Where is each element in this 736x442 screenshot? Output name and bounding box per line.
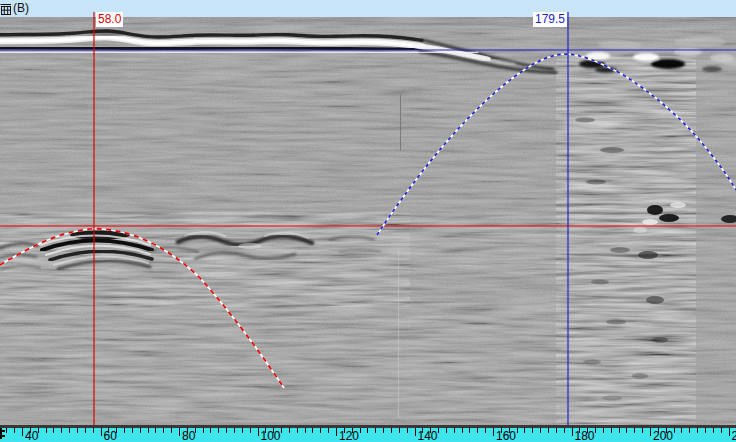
axis-tick-label: 220 — [732, 430, 736, 442]
axis-tick — [171, 428, 172, 433]
axis-tick — [415, 428, 416, 436]
axis-tick — [642, 428, 643, 433]
axis-tick — [124, 428, 125, 433]
axis-tick — [524, 428, 525, 433]
axis-tick — [101, 428, 102, 436]
axis-tick-label: 60 — [104, 430, 117, 442]
axis-tick — [320, 428, 321, 433]
axis-tick — [297, 428, 298, 433]
axis-tick — [179, 428, 180, 436]
x-axis: 406080100120140160180200220 — [0, 428, 736, 442]
axis-tick — [383, 428, 384, 433]
axis-tick — [517, 428, 518, 433]
axis-tick-label: 100 — [261, 430, 281, 442]
axis-tick — [438, 428, 439, 433]
axis-tick — [391, 428, 392, 433]
axis-tick — [509, 428, 510, 433]
red-marker-value: 58.0 — [96, 12, 123, 27]
axis-tick-label: 120 — [339, 430, 359, 442]
axis-tick — [77, 428, 78, 433]
axis-tick — [689, 428, 690, 433]
axis-tick — [46, 428, 47, 433]
axis-tick — [532, 428, 533, 433]
axis-tick — [713, 428, 714, 433]
axis-tick — [540, 428, 541, 433]
axis-tick — [265, 428, 266, 433]
axis-tick — [462, 428, 463, 433]
axis-tick — [399, 428, 400, 433]
axis-tick — [203, 428, 204, 433]
axis-tick — [30, 428, 31, 433]
axis-tick — [155, 428, 156, 433]
axis-tick — [234, 428, 235, 433]
axis-tick — [658, 428, 659, 433]
axis-tick — [430, 428, 431, 433]
axis-tick — [281, 428, 282, 433]
axis-tick — [242, 428, 243, 433]
axis-tick-label: 180 — [575, 430, 595, 442]
axis-tick — [367, 428, 368, 433]
axis-tick — [360, 428, 361, 433]
axis-tick — [93, 428, 94, 433]
axis-tick — [328, 428, 329, 433]
axis-tick — [187, 428, 188, 433]
axis-tick — [218, 428, 219, 433]
blue-marker-value: 179.5 — [533, 12, 567, 27]
axis-tick — [258, 428, 259, 436]
axis-tick — [273, 428, 274, 433]
axis-tick — [312, 428, 313, 433]
axis-tick — [634, 428, 635, 433]
axis-tick — [61, 428, 62, 433]
axis-tick — [132, 428, 133, 433]
axis-tick — [485, 428, 486, 433]
axis-tick — [336, 428, 337, 436]
axis-tick — [681, 428, 682, 433]
axis-tick — [650, 428, 651, 436]
axis-tick — [721, 428, 722, 433]
app-window: (B) — [0, 0, 736, 442]
axis-tick — [375, 428, 376, 433]
axis-tick — [344, 428, 345, 433]
axis-tick — [595, 428, 596, 433]
axis-tick — [501, 428, 502, 433]
axis-tick — [674, 428, 675, 433]
axis-tick — [469, 428, 470, 433]
axis-tick-label: 80 — [182, 430, 195, 442]
axis-tick — [666, 428, 667, 433]
axis-tick-label: 40 — [25, 430, 38, 442]
axis-tick — [603, 428, 604, 433]
axis-tick — [572, 428, 573, 436]
axis-tick — [38, 428, 39, 433]
axis-tick — [619, 428, 620, 433]
axis-tick — [148, 428, 149, 433]
radar-image — [0, 17, 736, 425]
axis-tick — [564, 428, 565, 433]
axis-tick — [493, 428, 494, 436]
axis-tick — [579, 428, 580, 433]
axis-tick — [85, 428, 86, 433]
axis-tick — [22, 428, 23, 436]
axis-tick — [446, 428, 447, 433]
axis-tick-label: 140 — [418, 430, 438, 442]
axis-tick — [407, 428, 408, 433]
axis-edge-mark — [0, 428, 2, 439]
axis-tick — [305, 428, 306, 433]
axis-tick — [548, 428, 549, 433]
axis-tick — [69, 428, 70, 433]
axis-tick — [108, 428, 109, 433]
axis-tick — [454, 428, 455, 433]
axis-tick — [6, 428, 7, 433]
axis-tick — [140, 428, 141, 433]
axis-tick — [422, 428, 423, 433]
axis-tick — [163, 428, 164, 433]
radar-canvas[interactable] — [0, 0, 736, 442]
axis-tick — [611, 428, 612, 433]
axis-tick-label: 160 — [496, 430, 516, 442]
axis-tick — [626, 428, 627, 433]
axis-tick-label: 200 — [653, 430, 673, 442]
axis-tick — [556, 428, 557, 433]
axis-tick — [226, 428, 227, 433]
axis-tick — [195, 428, 196, 433]
axis-tick — [53, 428, 54, 433]
axis-tick — [352, 428, 353, 433]
